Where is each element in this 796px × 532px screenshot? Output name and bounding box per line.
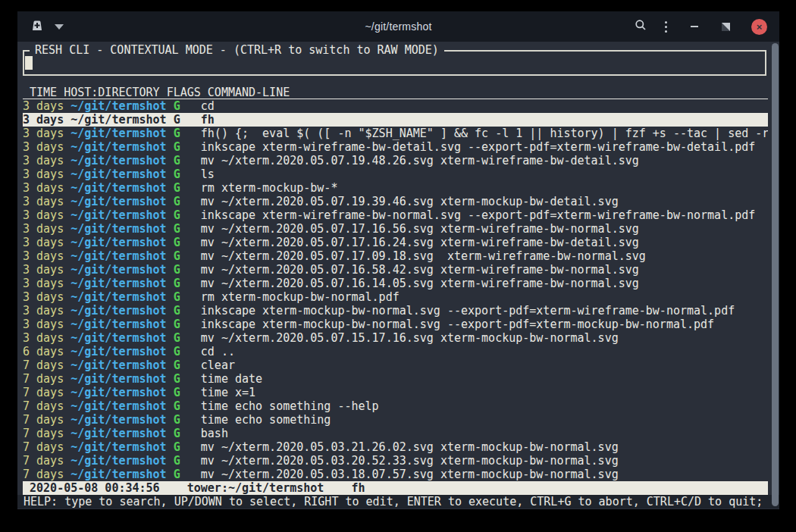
row-command: bash [201, 427, 228, 440]
history-row[interactable]: 3 days ~/git/termshot G mv ~/xterm.2020.… [23, 236, 768, 249]
row-command: mv ~/xterm.2020.05.07.16.14.05.svg xterm… [201, 277, 639, 290]
history-row[interactable]: 3 days ~/git/termshot G mv ~/xterm.2020.… [23, 277, 768, 290]
row-host-directory: ~/git/termshot [71, 318, 166, 331]
history-row[interactable]: 7 days ~/git/termshot G mv ~/xterm.2020.… [23, 468, 768, 481]
search-button[interactable] [635, 19, 647, 34]
row-host-directory: ~/git/termshot [71, 140, 166, 154]
history-row[interactable]: 7 days ~/git/termshot G clear [23, 358, 768, 372]
restore-icon [722, 23, 730, 31]
row-flags: G [174, 236, 180, 249]
row-flags: G [174, 277, 180, 290]
row-flags: G [174, 208, 180, 222]
history-row[interactable]: 3 days ~/git/termshot G rm xterm-mockup-… [23, 290, 768, 304]
help-bar: HELP: type to search, UP/DOWN to select,… [17, 495, 779, 509]
status-bar: 2020-05-08 00:34:56 tower:~/git/termshot… [23, 481, 768, 495]
resh-mode-title: RESH CLI - CONTEXTUAL MODE - (CTRL+R to … [30, 43, 444, 57]
history-row[interactable]: 3 days ~/git/termshot G mv ~/xterm.2020.… [23, 249, 768, 263]
history-row[interactable]: 7 days ~/git/termshot G time echo someth… [23, 413, 768, 427]
row-command: mv ~/xterm.2020.05.07.17.09.18.svg xterm… [201, 249, 646, 263]
row-flags: G [174, 167, 180, 181]
row-flags: G [174, 399, 180, 413]
history-row[interactable]: 3 days ~/git/termshot G mv ~/xterm.2020.… [23, 222, 768, 236]
row-host-directory: ~/git/termshot [71, 277, 166, 290]
row-command: cd .. [201, 345, 235, 358]
row-command: inkscape xterm-mockup-bw-normal.svg --ex… [201, 304, 735, 318]
terminal-screen[interactable]: RESH CLI - CONTEXTUAL MODE - (CTRL+R to … [17, 42, 779, 509]
history-row[interactable]: 7 days ~/git/termshot G mv ~/xterm.2020.… [23, 454, 768, 468]
row-flags: G [174, 181, 180, 195]
history-row[interactable]: 3 days ~/git/termshot G mv ~/xterm.2020.… [23, 263, 768, 277]
row-flags: G [174, 249, 180, 263]
row-flags: G [174, 427, 180, 440]
history-row[interactable]: 3 days ~/git/termshot G mv ~/xterm.2020.… [23, 331, 768, 345]
row-flags: G [174, 318, 180, 331]
row-flags: G [174, 263, 180, 277]
history-row[interactable]: 7 days ~/git/termshot G time date [23, 372, 768, 386]
titlebar: ~/git/termshot [17, 11, 779, 42]
row-flags: G [174, 195, 180, 208]
row-time: 3 days [23, 99, 64, 113]
history-row[interactable]: 3 days ~/git/termshot G mv ~/xterm.2020.… [23, 195, 768, 208]
row-time: 3 days [23, 277, 64, 290]
minimize-button[interactable] [690, 26, 699, 27]
restore-button[interactable] [722, 23, 730, 31]
close-button[interactable]: × [751, 19, 767, 35]
row-time: 3 days [23, 290, 64, 304]
list-header: TIME HOST:DIRECTORY FLAGS COMMAND-LINE [23, 86, 768, 99]
row-time: 3 days [23, 113, 64, 127]
row-time: 3 days [23, 127, 64, 140]
row-host-directory: ~/git/termshot [71, 236, 166, 249]
history-row[interactable]: 3 days ~/git/termshot G fh() {; eval $( … [23, 127, 768, 140]
history-row[interactable]: 3 days ~/git/termshot G inkscape xterm-m… [23, 318, 768, 331]
row-time: 3 days [23, 331, 64, 345]
history-row[interactable]: 3 days ~/git/termshot G inkscape xterm-m… [23, 304, 768, 318]
row-command: rm xterm-mockup-bw-normal.pdf [201, 290, 400, 304]
row-command: mv ~/xterm.2020.05.03.20.52.33.svg xterm… [201, 454, 619, 468]
history-row[interactable]: 3 days ~/git/termshot G rm xterm-mockup-… [23, 181, 768, 195]
new-tab-button[interactable] [30, 20, 45, 33]
text-cursor [25, 56, 33, 70]
row-host-directory: ~/git/termshot [71, 263, 166, 277]
column-flags: FLAGS [167, 86, 201, 99]
history-row[interactable]: 6 days ~/git/termshot G cd .. [23, 345, 768, 358]
resh-search-input[interactable]: RESH CLI - CONTEXTUAL MODE - (CTRL+R to … [23, 50, 766, 76]
history-row[interactable]: 7 days ~/git/termshot G bash [23, 427, 768, 440]
row-host-directory: ~/git/termshot [71, 249, 166, 263]
search-icon [635, 19, 647, 34]
row-command: mv ~/xterm.2020.05.07.17.16.24.svg xterm… [201, 236, 639, 249]
history-row[interactable]: 3 days ~/git/termshot G inkscape xterm-w… [23, 140, 768, 154]
row-flags: G [174, 140, 180, 154]
history-row[interactable]: 3 days ~/git/termshot G cd [23, 99, 768, 113]
history-row[interactable]: 7 days ~/git/termshot G mv ~/xterm.2020.… [23, 440, 768, 454]
row-time: 3 days [23, 222, 64, 236]
row-command: mv ~/xterm.2020.05.07.16.58.42.svg xterm… [201, 263, 639, 277]
row-host-directory: ~/git/termshot [71, 127, 166, 140]
row-command: mv ~/xterm.2020.05.07.19.39.46.svg xterm… [201, 195, 619, 208]
row-flags: G [174, 113, 180, 127]
history-row[interactable]: 7 days ~/git/termshot G time echo someth… [23, 399, 768, 413]
row-command: clear [201, 358, 235, 372]
scrollbar[interactable] [772, 43, 779, 506]
history-row[interactable]: 7 days ~/git/termshot G time x=1 [23, 386, 768, 399]
row-command: time echo something --help [201, 399, 379, 413]
tab-chevron-down-icon[interactable] [55, 24, 64, 30]
history-row[interactable]: 3 days ~/git/termshot G ls [23, 167, 768, 181]
row-host-directory: ~/git/termshot [71, 454, 166, 468]
history-row[interactable]: 3 days ~/git/termshot G inkscape xterm-w… [23, 208, 768, 222]
row-flags: G [174, 468, 180, 481]
history-row-selected[interactable]: 3 days ~/git/termshot G fh [23, 113, 768, 127]
menu-button[interactable] [665, 21, 667, 33]
close-icon: × [757, 22, 763, 32]
row-time: 7 days [23, 413, 64, 427]
row-command: inkscape xterm-mockup-bw-normal.svg --ex… [201, 318, 714, 331]
row-host-directory: ~/git/termshot [71, 413, 166, 427]
row-host-directory: ~/git/termshot [71, 208, 166, 222]
minimize-icon [691, 26, 698, 27]
history-row[interactable]: 3 days ~/git/termshot G mv ~/xterm.2020.… [23, 154, 768, 167]
row-flags: G [174, 454, 180, 468]
history-list: 3 days ~/git/termshot G cd3 days ~/git/t… [23, 99, 768, 481]
row-command: mv ~/xterm.2020.05.07.15.17.16.svg xterm… [201, 331, 619, 345]
row-host-directory: ~/git/termshot [71, 304, 166, 318]
row-time: 7 days [23, 468, 64, 481]
row-host-directory: ~/git/termshot [71, 154, 166, 167]
